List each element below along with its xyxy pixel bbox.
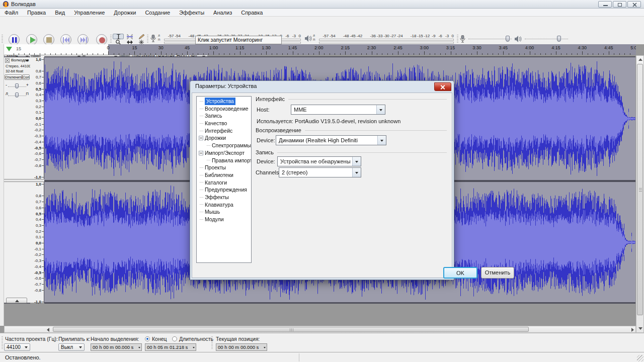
resize-grip-icon[interactable] (637, 355, 643, 361)
prefs-tree-item-0[interactable]: Устройства (197, 98, 251, 105)
menu-item-1[interactable]: Правка (23, 10, 50, 16)
prefs-tree-item-1[interactable]: Воспроизведение (197, 105, 251, 113)
tree-expander-icon[interactable] (199, 151, 203, 155)
selection-length-radio[interactable] (172, 336, 177, 341)
prefs-tree-item-4[interactable]: Интерфейс (197, 127, 251, 135)
skip-to-start-button[interactable] (60, 34, 71, 45)
prefs-tree-item-15[interactable]: Мышь (197, 208, 251, 216)
vertical-ruler-left-channel[interactable]: 1,00,80,70,60,50,40,30,20,10,0-0,1-0,2-0… (30, 57, 44, 179)
status-text: Остановлено. (5, 354, 41, 360)
transport-toolbar-grip[interactable] (2, 35, 3, 44)
track-close-button[interactable] (5, 58, 10, 63)
dialog-close-button[interactable] (434, 82, 451, 91)
menu-item-7[interactable]: Анализ (209, 10, 236, 16)
prefs-tree-item-8[interactable]: Правила импорта (197, 157, 251, 164)
host-dropdown[interactable]: MME (291, 105, 385, 115)
timeline-tick (377, 53, 377, 55)
menu-item-8[interactable]: Справка (236, 10, 267, 16)
prefs-tree-item-13[interactable]: Эффекты (197, 194, 251, 201)
selection-start-field[interactable]: 00 h 00 m 00.000 s (91, 343, 142, 351)
prefs-tree-item-11[interactable]: Каталоги (197, 179, 251, 187)
tools-toolbar-grip[interactable] (110, 35, 112, 44)
dropdown-button[interactable] (377, 136, 386, 145)
menu-item-2[interactable]: Вид (50, 10, 69, 16)
playhead-marker-icon[interactable] (6, 47, 12, 51)
scroll-left-icon[interactable] (47, 328, 49, 332)
menu-item-6[interactable]: Эффекты (175, 10, 209, 16)
skip-to-end-button[interactable] (77, 34, 89, 45)
prefs-tree-item-14[interactable]: Клавиатура (197, 201, 251, 209)
minimize-button[interactable] (598, 1, 612, 8)
prefs-tree-item-3[interactable]: Качество (197, 120, 251, 127)
track-solo-button[interactable]: Соло (22, 74, 30, 80)
stop-button[interactable] (43, 34, 54, 45)
recording-device-label: Device: (257, 158, 275, 164)
horizontal-scrollbar[interactable] (4, 326, 636, 333)
selection-toolbar-grip[interactable] (2, 336, 3, 349)
vertical-ruler-right-channel[interactable]: 1,00,80,70,60,50,40,30,20,10,0-0,1-0,2-0… (30, 182, 44, 303)
track-collapse-button[interactable] (6, 298, 27, 303)
menu-item-5[interactable]: Создание (140, 10, 175, 16)
selection-tool-button[interactable] (113, 34, 124, 39)
timeline-tick (19, 53, 19, 55)
horizontal-scrollbar-thumb[interactable] (53, 327, 529, 332)
snap-to-select[interactable]: Выкл (58, 343, 85, 351)
slider-thumb[interactable] (506, 36, 510, 42)
recording-meter-grip[interactable] (147, 35, 148, 44)
cancel-button[interactable]: Отменить (481, 267, 514, 279)
selection-end-radio[interactable] (145, 336, 150, 341)
play-button[interactable] (26, 34, 37, 45)
track-menu-arrow-icon[interactable] (26, 60, 29, 62)
envelope-tool-button[interactable] (124, 34, 135, 39)
mixer-toolbar-grip[interactable] (457, 35, 458, 44)
prefs-tree-item-10[interactable]: Библиотеки (197, 171, 251, 179)
maximize-button[interactable] (613, 1, 626, 8)
ok-button[interactable]: OK (443, 267, 477, 279)
draw-tool-button[interactable] (136, 34, 147, 39)
scroll-right-icon[interactable] (631, 328, 634, 332)
playback-volume-slider[interactable] (524, 34, 569, 43)
track-pan-slider[interactable] (8, 92, 26, 99)
selection-end-radio-label[interactable]: Конец (152, 336, 167, 342)
playback-meter[interactable]: Л П -57-54-48-45-42-36-33-30-27-24-18-15… (304, 33, 456, 45)
dropdown-button[interactable] (376, 105, 385, 114)
recording-device-dropdown[interactable]: Устройства не обнаружены (277, 156, 361, 166)
prefs-tree-item-12[interactable]: Предупреждения (197, 186, 251, 194)
menu-item-3[interactable]: Управление (69, 10, 109, 16)
scroll-up-icon[interactable] (638, 58, 642, 61)
recording-channels-dropdown[interactable]: 2 (стерео) (279, 167, 361, 177)
timeline-ruler[interactable]: 15 01530451:001:151:301:452:002:152:302:… (4, 44, 636, 55)
project-rate-select[interactable]: 44100 (4, 343, 30, 351)
vertical-scrollbar[interactable] (636, 55, 644, 333)
prefs-tree-item-16[interactable]: Модули (197, 216, 251, 223)
selection-end-field[interactable]: 00 h 05 m 01.218 s (145, 343, 196, 351)
tree-expander-icon[interactable] (199, 136, 203, 140)
slider-thumb[interactable] (15, 83, 19, 88)
timeline-tick (150, 53, 151, 55)
scroll-down-icon[interactable] (638, 327, 642, 330)
prefs-tree-item-9[interactable]: Проекты (197, 164, 251, 171)
pause-button[interactable] (9, 34, 20, 45)
selection-length-radio-label[interactable]: Длительность (179, 336, 213, 342)
prefs-tree-item-2[interactable]: Запись (197, 112, 251, 120)
slider-thumb[interactable] (557, 36, 561, 42)
prefs-tree-item-5[interactable]: Дорожки (197, 134, 251, 142)
position-section-grip[interactable] (211, 336, 213, 349)
menu-item-0[interactable]: Файл (0, 10, 23, 16)
prefs-tree-item-6[interactable]: Спектрограммы (197, 142, 251, 149)
track-mute-button[interactable]: Отключить звук (5, 74, 22, 80)
timeline-label: 1:15 (235, 45, 245, 50)
close-button[interactable] (627, 1, 641, 8)
prefs-tree-item-7[interactable]: Импорт/Экспорт (197, 149, 251, 157)
slider-thumb[interactable] (15, 93, 19, 98)
timeline-tick (356, 53, 356, 55)
track-gain-slider[interactable] (8, 82, 26, 89)
dropdown-button[interactable] (352, 157, 361, 166)
recording-volume-slider[interactable] (467, 34, 513, 43)
dropdown-button[interactable] (352, 168, 361, 177)
vertical-scrollbar-thumb[interactable] (637, 64, 643, 315)
current-position-field[interactable]: 00 h 00 m 00.000 s (216, 343, 267, 351)
menu-item-4[interactable]: Дорожки (109, 10, 140, 16)
playback-device-dropdown[interactable]: Динамики (Realtek High Definiti (276, 135, 386, 145)
record-button[interactable] (96, 34, 107, 45)
